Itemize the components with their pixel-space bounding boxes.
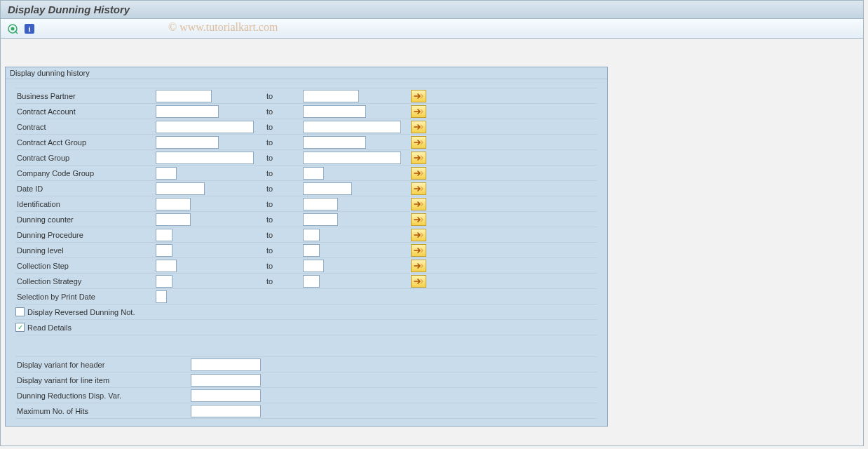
multiple-selection-button[interactable]: [411, 229, 426, 241]
setting-label: Dunning Reductions Disp. Var.: [15, 391, 191, 400]
to-label: to: [261, 231, 303, 239]
to-input[interactable]: [303, 167, 324, 180]
setting-input[interactable]: [191, 374, 261, 387]
checkbox[interactable]: ✓: [15, 323, 25, 332]
field-row: Collection Strategyto: [15, 274, 597, 289]
setting-input[interactable]: [191, 358, 261, 371]
to-input[interactable]: [303, 121, 401, 133]
field-label: Dunning Procedure: [15, 231, 156, 239]
field-label: Date ID: [15, 185, 156, 193]
setting-row: Display variant for line item: [15, 373, 597, 388]
to-input[interactable]: [303, 229, 320, 241]
to-label: to: [261, 169, 303, 177]
from-input[interactable]: [156, 213, 191, 226]
multiple-selection-button[interactable]: [411, 152, 426, 164]
from-input[interactable]: [156, 182, 205, 195]
from-input[interactable]: [156, 152, 254, 164]
from-input[interactable]: [156, 260, 177, 272]
field-row: Contractto: [15, 119, 597, 135]
checkbox-row: Display Reversed Dunning Not.: [15, 304, 597, 320]
field-row: Selection by Print Date: [15, 289, 597, 304]
setting-row: Maximum No. of Hits: [15, 403, 597, 419]
checkbox[interactable]: [15, 307, 25, 316]
to-label: to: [261, 277, 303, 286]
from-input[interactable]: [156, 105, 219, 118]
setting-row: Display variant for header: [15, 357, 597, 373]
from-input[interactable]: [156, 198, 191, 210]
from-input[interactable]: [156, 275, 172, 288]
to-input[interactable]: [303, 213, 338, 226]
multiple-selection-button[interactable]: [411, 244, 426, 257]
field-row: Dunning counterto: [15, 212, 597, 227]
info-icon[interactable]: i: [23, 22, 36, 35]
selection-group: Display dunning history Business Partner…: [5, 67, 608, 427]
setting-label: Maximum No. of Hits: [15, 407, 191, 415]
toolbar: i: [1, 19, 863, 39]
to-label: to: [261, 246, 303, 255]
from-input[interactable]: [156, 244, 172, 257]
field-row: Business Partnerto: [15, 88, 597, 104]
field-label: Business Partner: [15, 92, 156, 100]
multiple-selection-button[interactable]: [411, 275, 426, 288]
multiple-selection-button[interactable]: [411, 167, 426, 180]
checkbox-row: ✓Read Details: [15, 320, 597, 335]
from-input[interactable]: [156, 229, 172, 241]
multiple-selection-button[interactable]: [411, 213, 426, 226]
field-label: Collection Strategy: [15, 277, 156, 286]
from-input[interactable]: [156, 90, 212, 102]
to-label: to: [261, 92, 303, 100]
to-input[interactable]: [303, 105, 366, 118]
field-row: Identificationto: [15, 196, 597, 212]
field-row: Contract Groupto: [15, 150, 597, 166]
setting-row: Dunning Reductions Disp. Var.: [15, 388, 597, 403]
to-input[interactable]: [303, 90, 359, 102]
multiple-selection-button[interactable]: [411, 90, 426, 102]
multiple-selection-button[interactable]: [411, 136, 426, 149]
title-bar: Display Dunning History: [1, 1, 863, 19]
to-input[interactable]: [303, 182, 352, 195]
to-label: to: [261, 107, 303, 116]
multiple-selection-button[interactable]: [411, 260, 426, 272]
page-title: Display Dunning History: [8, 4, 856, 15]
setting-input[interactable]: [191, 389, 261, 402]
from-input[interactable]: [156, 290, 167, 303]
field-label: Contract Account: [15, 107, 156, 116]
to-label: to: [261, 154, 303, 162]
to-input[interactable]: [303, 198, 338, 210]
from-input[interactable]: [156, 167, 177, 180]
field-row: Dunning Procedureto: [15, 227, 597, 243]
to-input[interactable]: [303, 260, 324, 272]
execute-icon[interactable]: [6, 22, 19, 35]
to-input[interactable]: [303, 136, 366, 149]
to-label: to: [261, 215, 303, 224]
checkbox-label: Read Details: [27, 323, 72, 332]
multiple-selection-button[interactable]: [411, 182, 426, 195]
to-label: to: [261, 123, 303, 131]
to-input[interactable]: [303, 244, 320, 257]
field-row: Contract Acct Groupto: [15, 135, 597, 150]
from-input[interactable]: [156, 136, 219, 149]
field-label: Dunning level: [15, 246, 156, 255]
field-label: Identification: [15, 200, 156, 208]
field-label: Selection by Print Date: [15, 293, 156, 301]
multiple-selection-button[interactable]: [411, 121, 426, 133]
field-row: Collection Stepto: [15, 258, 597, 274]
from-input[interactable]: [156, 121, 254, 133]
svg-text:i: i: [28, 25, 30, 33]
to-input[interactable]: [303, 152, 401, 164]
to-label: to: [261, 262, 303, 270]
field-label: Dunning counter: [15, 215, 156, 224]
field-label: Collection Step: [15, 262, 156, 270]
field-row: Company Code Groupto: [15, 166, 597, 181]
to-input[interactable]: [303, 275, 320, 288]
setting-label: Display variant for line item: [15, 376, 191, 384]
field-row: Contract Accountto: [15, 104, 597, 119]
field-label: Company Code Group: [15, 169, 156, 177]
to-label: to: [261, 185, 303, 193]
multiple-selection-button[interactable]: [411, 105, 426, 118]
field-label: Contract: [15, 123, 156, 131]
field-row: Dunning levelto: [15, 243, 597, 258]
multiple-selection-button[interactable]: [411, 198, 426, 210]
setting-input[interactable]: [191, 405, 261, 417]
field-label: Contract Acct Group: [15, 138, 156, 147]
